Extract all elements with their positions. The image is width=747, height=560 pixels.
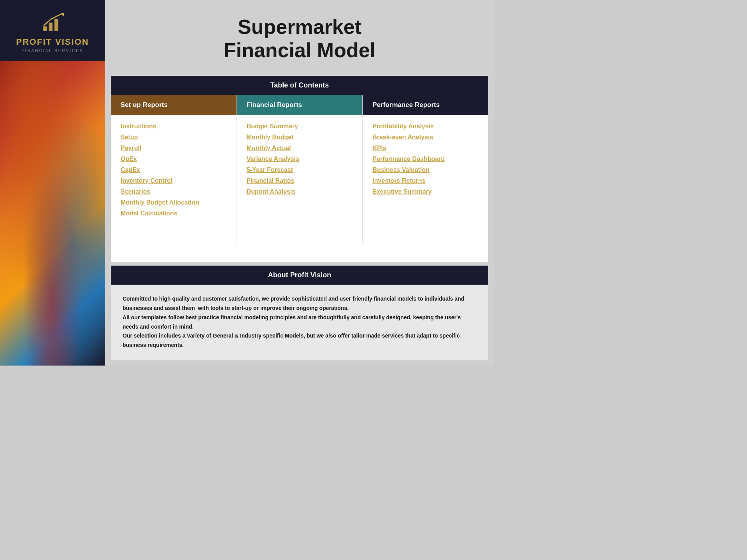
link-profitability-analysis[interactable]: Profitability Analysis (372, 123, 479, 130)
toc-col-financial: Financial Reports Budget Summary Monthly… (237, 95, 363, 243)
toc-col-links-setup: Instructions Setup Payroll OpEx CapEx In… (111, 115, 237, 225)
sidebar: PROFIT VISION FINANCIAL SERVICES (0, 0, 105, 366)
link-kpis[interactable]: KPIs (372, 145, 479, 152)
link-monthly-budget-allocation[interactable]: Monthly Budget Allocation (121, 199, 227, 206)
logo-icon (41, 12, 64, 33)
toc-columns: Set up Reports Instructions Setup Payrol… (111, 95, 488, 243)
link-inventory-control[interactable]: Inventory Control (121, 177, 227, 184)
link-scenarios[interactable]: Scenarios (121, 188, 227, 195)
link-break-even-analysis[interactable]: Break-even Analysis (372, 134, 479, 141)
link-variance-analysis[interactable]: Variance Analysis (247, 156, 353, 163)
title-area: Supermarket Financial Model (105, 0, 494, 76)
toc-header: Table of Contents (111, 76, 488, 95)
main-content: Supermarket Financial Model Table of Con… (105, 0, 494, 366)
svg-rect-0 (43, 26, 47, 31)
about-header: About Profit Vision (111, 266, 488, 285)
link-financial-ratios[interactable]: Financial Ratios (247, 177, 353, 184)
link-business-valuation[interactable]: Business Valuation (372, 166, 479, 173)
link-budget-summary[interactable]: Budget Summary (247, 123, 353, 130)
link-5-year-forecast[interactable]: 5-Year Forecast (247, 166, 353, 173)
sidebar-image (0, 61, 105, 366)
main-title: Supermarket Financial Model (128, 16, 471, 62)
about-section: About Profit Vision Committed to high qu… (111, 266, 488, 360)
link-payroll[interactable]: Payroll (121, 145, 227, 152)
link-performance-dashboard[interactable]: Performance Dashboard (372, 156, 479, 163)
toc-col-header-setup: Set up Reports (111, 95, 237, 115)
link-instructions[interactable]: Instructions (121, 123, 227, 130)
logo-area: PROFIT VISION FINANCIAL SERVICES (8, 0, 96, 61)
toc-col-performance: Performance Reports Profitability Analys… (362, 95, 488, 243)
brand-name: PROFIT VISION (16, 37, 89, 47)
toc-col-links-financial: Budget Summary Monthly Budget Monthly Ac… (237, 115, 363, 203)
link-monthly-actual[interactable]: Monthly Actual (247, 145, 353, 152)
link-dupont-analysis[interactable]: Dupont Analysis (247, 188, 353, 195)
link-capex[interactable]: CapEx (121, 166, 227, 173)
toc-section: Table of Contents Set up Reports Instruc… (111, 76, 488, 262)
title-line2: Financial Model (224, 39, 375, 61)
toc-col-links-performance: Profitability Analysis Break-even Analys… (363, 115, 488, 203)
about-text: Committed to high quality and customer s… (123, 294, 477, 350)
link-executive-summary[interactable]: Executive Summary (372, 188, 479, 195)
toc-col-header-financial: Financial Reports (237, 95, 363, 115)
title-line1: Supermarket (238, 16, 361, 38)
link-monthly-budget[interactable]: Monthly Budget (247, 134, 353, 141)
brand-sub: FINANCIAL SERVICES (21, 49, 83, 53)
link-opex[interactable]: OpEx (121, 156, 227, 163)
link-setup[interactable]: Setup (121, 134, 227, 141)
svg-rect-2 (54, 19, 58, 31)
toc-col-setup: Set up Reports Instructions Setup Payrol… (111, 95, 237, 243)
link-investors-returns[interactable]: Investors Returns (372, 177, 479, 184)
link-model-calculations[interactable]: Model Calculations (121, 210, 227, 217)
toc-col-header-performance: Performance Reports (363, 95, 488, 115)
svg-rect-1 (49, 23, 53, 31)
about-content: Committed to high quality and customer s… (111, 285, 488, 360)
